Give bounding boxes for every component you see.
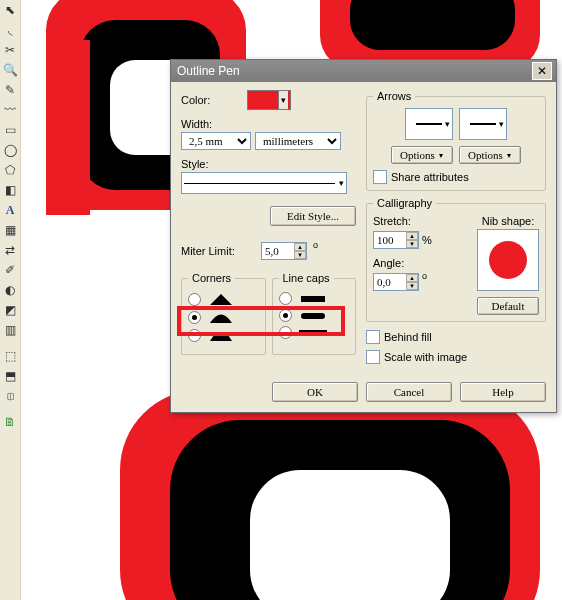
corners-bevel[interactable] bbox=[188, 326, 259, 344]
arrow-end-options[interactable]: Options▾ bbox=[459, 146, 521, 164]
miter-label: Miter Limit: bbox=[181, 245, 255, 257]
ok-button[interactable]: OK bbox=[272, 382, 358, 402]
dialog-titlebar[interactable]: Outline Pen ✕ bbox=[171, 60, 556, 82]
tool-crop[interactable]: ✂ bbox=[1, 41, 19, 59]
arrow-start-picker[interactable]: ▾ bbox=[405, 108, 453, 140]
style-label: Style: bbox=[181, 158, 356, 170]
angle-input[interactable]: ▲▼ bbox=[373, 273, 419, 291]
tool-eyedropper[interactable]: ✐ bbox=[1, 261, 19, 279]
calligraphy-group: Calligraphy Stretch: ▲▼ % Angle: bbox=[366, 197, 546, 322]
edit-style-button[interactable]: Edit Style... bbox=[270, 206, 356, 226]
tool-outline[interactable]: ◐ bbox=[1, 281, 19, 299]
help-button[interactable]: Help bbox=[460, 382, 546, 402]
toolbox: ⬉ ◟ ✂ 🔍 ✎ 〰 ▭ ◯ ⬠ ◧ A ▦ ⇄ ✐ ◐ ◩ ▥ ⬚ ⬒ ⎅ … bbox=[0, 0, 21, 600]
corners-round[interactable] bbox=[188, 308, 259, 326]
corners-miter[interactable] bbox=[188, 290, 259, 308]
tool-table[interactable]: ▦ bbox=[1, 221, 19, 239]
behind-fill-checkbox[interactable]: Behind fill bbox=[366, 330, 546, 344]
tool-fill[interactable]: ◩ bbox=[1, 301, 19, 319]
dialog-title: Outline Pen bbox=[175, 64, 532, 78]
tool-smart[interactable]: 〰 bbox=[1, 101, 19, 119]
tool-page[interactable]: 🗎 bbox=[1, 413, 19, 431]
outline-pen-dialog: Outline Pen ✕ Color: ▾ Width: 2,5 mm mil… bbox=[170, 59, 557, 413]
linecap-square[interactable] bbox=[279, 324, 350, 341]
arrows-legend: Arrows bbox=[373, 90, 415, 102]
svg-rect-0 bbox=[301, 296, 325, 302]
default-button[interactable]: Default bbox=[477, 297, 539, 315]
share-attributes-checkbox[interactable]: Share attributes bbox=[373, 170, 539, 184]
tool-freehand[interactable]: ✎ bbox=[1, 81, 19, 99]
linecaps-legend: Line caps bbox=[279, 272, 334, 284]
angle-label: Angle: bbox=[373, 257, 469, 269]
arrow-start-options[interactable]: Options▾ bbox=[391, 146, 453, 164]
tool-misc1[interactable]: ⬚ bbox=[1, 347, 19, 365]
tool-interactive-fill[interactable]: ▥ bbox=[1, 321, 19, 339]
tool-rectangle[interactable]: ▭ bbox=[1, 121, 19, 139]
nib-shape-label: Nib shape: bbox=[482, 215, 535, 227]
tool-misc2[interactable]: ⬒ bbox=[1, 367, 19, 385]
tool-text[interactable]: A bbox=[1, 201, 19, 219]
degree-icon: o bbox=[313, 240, 318, 250]
tool-ellipse[interactable]: ◯ bbox=[1, 141, 19, 159]
width-value[interactable]: 2,5 mm bbox=[181, 132, 251, 150]
style-picker[interactable]: ▾ bbox=[181, 172, 347, 194]
corners-group: Corners bbox=[181, 272, 266, 355]
tool-misc3[interactable]: ⎅ bbox=[1, 387, 19, 405]
spin-down-icon[interactable]: ▼ bbox=[294, 251, 306, 259]
svg-rect-2 bbox=[299, 330, 327, 336]
tool-shapes[interactable]: ◧ bbox=[1, 181, 19, 199]
cancel-button[interactable]: Cancel bbox=[366, 382, 452, 402]
chevron-down-icon: ▾ bbox=[278, 91, 288, 109]
chevron-down-icon: ▾ bbox=[339, 178, 344, 188]
linecaps-group: Line caps bbox=[272, 272, 357, 355]
tool-pick[interactable]: ⬉ bbox=[1, 1, 19, 19]
tool-blend[interactable]: ⇄ bbox=[1, 241, 19, 259]
width-units[interactable]: millimeters bbox=[255, 132, 341, 150]
tool-zoom[interactable]: 🔍 bbox=[1, 61, 19, 79]
stretch-input[interactable]: ▲▼ bbox=[373, 231, 419, 249]
nib-preview bbox=[477, 229, 539, 291]
arrow-end-picker[interactable]: ▾ bbox=[459, 108, 507, 140]
arrows-group: Arrows ▾ ▾ Options▾ Options▾ Share attri… bbox=[366, 90, 546, 191]
tool-shape[interactable]: ◟ bbox=[1, 21, 19, 39]
calligraphy-legend: Calligraphy bbox=[373, 197, 436, 209]
scale-with-image-checkbox[interactable]: Scale with image bbox=[366, 350, 546, 364]
spin-up-icon[interactable]: ▲ bbox=[294, 243, 306, 251]
nib-dot-icon bbox=[489, 241, 527, 279]
linecap-flat[interactable] bbox=[279, 290, 350, 307]
corners-legend: Corners bbox=[188, 272, 235, 284]
dialog-footer: OK Cancel Help bbox=[171, 374, 556, 412]
linecap-round[interactable] bbox=[279, 307, 350, 324]
svg-rect-1 bbox=[301, 313, 325, 319]
stretch-label: Stretch: bbox=[373, 215, 469, 227]
tool-polygon[interactable]: ⬠ bbox=[1, 161, 19, 179]
miter-limit-input[interactable]: ▲▼ bbox=[261, 242, 307, 260]
color-label: Color: bbox=[181, 94, 241, 106]
close-button[interactable]: ✕ bbox=[532, 62, 552, 80]
width-label: Width: bbox=[181, 118, 356, 130]
color-picker[interactable]: ▾ bbox=[247, 90, 291, 110]
